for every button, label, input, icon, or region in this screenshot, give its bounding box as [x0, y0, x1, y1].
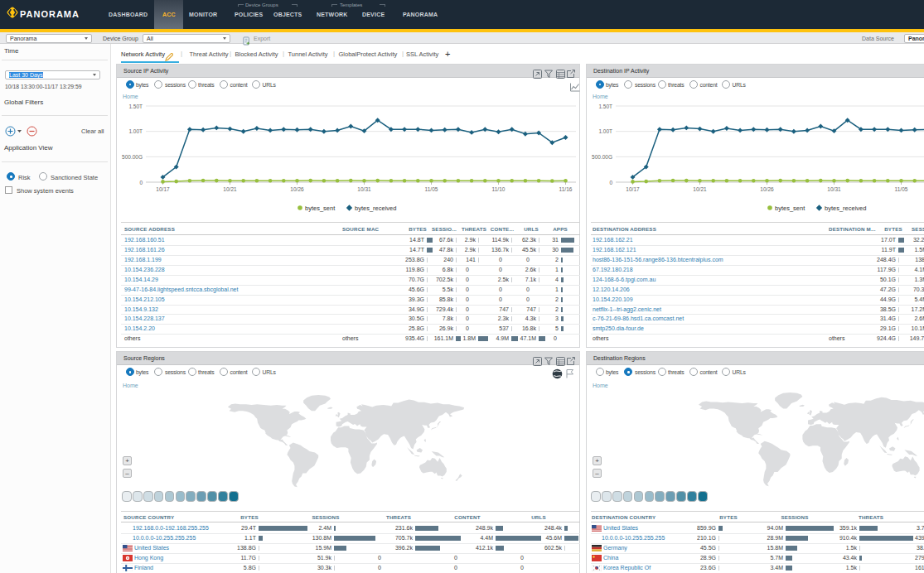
svg-text:10/17: 10/17 — [626, 186, 640, 192]
svg-text:bytes_received: bytes_received — [355, 205, 396, 212]
svg-text:500.00G: 500.00G — [592, 154, 612, 160]
svg-text:1.00T: 1.00T — [598, 128, 612, 134]
svg-text:bytes_received: bytes_received — [825, 205, 866, 212]
svg-text:10/26: 10/26 — [290, 186, 304, 192]
svg-text:10/21: 10/21 — [693, 186, 707, 192]
svg-text:10/21: 10/21 — [223, 186, 237, 192]
svg-text:bytes_sent: bytes_sent — [305, 205, 336, 212]
svg-text:bytes_sent: bytes_sent — [775, 205, 805, 212]
svg-text:10/31: 10/31 — [827, 186, 841, 192]
svg-text:11/05: 11/05 — [895, 186, 908, 192]
svg-text:500.00G: 500.00G — [122, 154, 143, 160]
svg-text:10/31: 10/31 — [357, 186, 371, 192]
svg-text:11/10: 11/10 — [492, 186, 506, 192]
svg-text:0: 0 — [609, 180, 612, 185]
svg-text:10/26: 10/26 — [760, 186, 774, 192]
svg-text:0: 0 — [139, 180, 143, 185]
svg-text:1.00T: 1.00T — [128, 128, 143, 134]
svg-text:11/16: 11/16 — [559, 186, 573, 192]
svg-text:11/05: 11/05 — [425, 186, 438, 192]
svg-text:1.50T: 1.50T — [128, 104, 143, 109]
svg-text:1.50T: 1.50T — [598, 104, 612, 109]
svg-text:10/17: 10/17 — [156, 186, 170, 192]
